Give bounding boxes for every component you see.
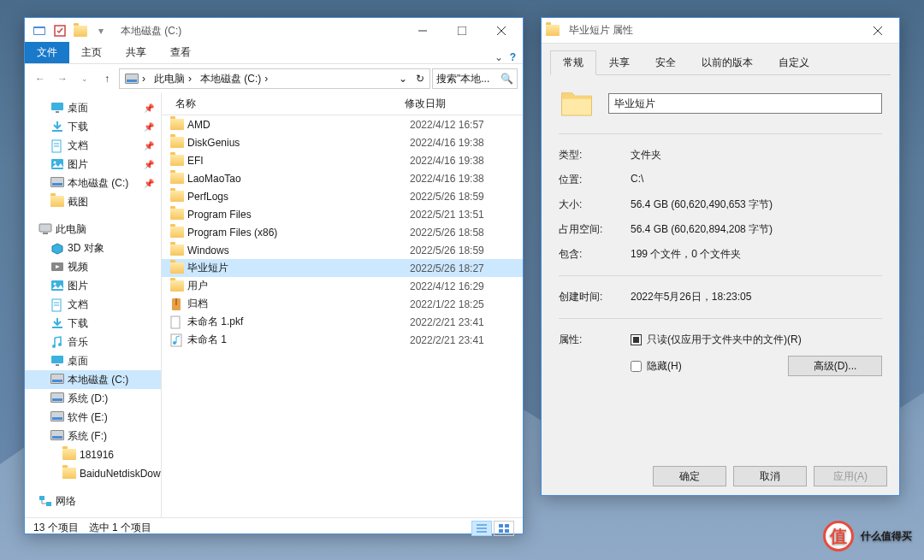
file-row[interactable]: 归档2022/1/22 18:25 [162, 295, 523, 313]
tab-custom[interactable]: 自定义 [766, 50, 822, 74]
download-icon [50, 121, 62, 133]
forward-button[interactable]: → [52, 68, 73, 89]
nav-item-17[interactable]: 软件 (E:) [25, 408, 161, 427]
nav-item-4[interactable]: 本地磁盘 (C:)📌 [25, 174, 161, 192]
nav-item-2[interactable]: 文档📌 [25, 136, 161, 155]
file-row[interactable]: Windows2022/5/26 18:59 [162, 241, 523, 259]
nav-item-10[interactable]: 图片 [25, 276, 161, 295]
breadcrumb-root-icon[interactable]: › [121, 73, 149, 85]
value-ondisk: 56.4 GB (60,620,894,208 字节) [631, 222, 882, 237]
minimize-button[interactable] [403, 18, 442, 44]
nav-item-20[interactable]: BaiduNetdiskDownload [25, 464, 161, 483]
nav-item-3[interactable]: 图片📌 [25, 155, 161, 174]
search-input[interactable]: 搜索"本地... 🔍 [432, 68, 518, 89]
properties-window: 毕业短片 属性 常规 共享 安全 以前的版本 自定义 类型:文件夹 位置:C:\… [541, 17, 900, 496]
ribbon-tab-view[interactable]: 查看 [158, 42, 203, 63]
explorer-titlebar[interactable]: ▾ 本地磁盘 (C:) [25, 18, 523, 44]
view-details-icon[interactable] [471, 521, 492, 536]
file-row[interactable]: 毕业短片2022/5/26 18:27 [162, 259, 523, 277]
view-thumbnails-icon[interactable] [494, 521, 514, 536]
svg-rect-29 [46, 502, 51, 506]
file-row[interactable]: EFI2022/4/16 19:38 [162, 151, 523, 169]
file-row[interactable]: AMD2022/4/12 16:57 [162, 115, 523, 133]
file-row[interactable]: PerfLogs2022/5/26 18:59 [162, 187, 523, 205]
svg-rect-38 [499, 524, 503, 528]
nav-item-11[interactable]: 文档 [25, 295, 161, 314]
up-button[interactable]: ↑ [97, 68, 117, 89]
folder-icon [170, 173, 187, 184]
column-date[interactable]: 修改日期 [405, 97, 523, 111]
nav-item-18[interactable]: 系统 (F:) [25, 427, 161, 445]
cancel-button[interactable]: 取消 [733, 466, 807, 486]
svg-rect-27 [56, 364, 59, 366]
readonly-label: 只读(仅应用于文件夹中的文件)(R) [647, 333, 802, 347]
folder-icon [50, 196, 62, 208]
svg-rect-1 [34, 28, 44, 34]
maximize-button[interactable] [442, 18, 482, 44]
advanced-button[interactable]: 高级(D)... [788, 356, 882, 376]
file-row[interactable]: LaoMaoTao2022/4/16 19:38 [162, 169, 523, 187]
readonly-checkbox[interactable] [631, 334, 642, 345]
file-row[interactable]: Program Files2022/5/21 13:51 [162, 205, 523, 223]
address-bar: ← → ⌄ ↑ › 此电脑 › 本地磁盘 (C:) › ⌄ ↻ 搜索"本地...… [25, 64, 523, 93]
nav-item-16[interactable]: 系统 (D:) [25, 389, 161, 408]
file-row[interactable]: 未命名 12022/2/21 23:41 [162, 331, 523, 349]
nav-item-12[interactable]: 下载 [25, 314, 161, 333]
nav-item-22[interactable]: 网络 [25, 492, 161, 510]
file-row[interactable]: 未命名 1.pkf2022/2/21 23:41 [162, 313, 523, 331]
back-button[interactable]: ← [30, 68, 50, 89]
props-titlebar[interactable]: 毕业短片 属性 [542, 18, 899, 44]
ok-button[interactable]: 确定 [653, 466, 726, 486]
svg-rect-26 [51, 356, 63, 363]
svg-rect-13 [51, 159, 63, 169]
nav-item-14[interactable]: 桌面 [25, 351, 161, 370]
column-headers[interactable]: 名称 修改日期 [162, 93, 523, 115]
file-list[interactable]: AMD2022/4/12 16:57DiskGenius2022/4/16 19… [162, 115, 523, 517]
apply-button[interactable]: 应用(A) [814, 466, 887, 486]
qat-dropdown-icon[interactable]: ▾ [92, 21, 110, 40]
properties-icon[interactable] [50, 21, 69, 40]
column-name[interactable]: 名称 [170, 97, 405, 111]
nav-item-1[interactable]: 下载📌 [25, 117, 161, 136]
tab-security[interactable]: 安全 [643, 50, 689, 74]
props-close-button[interactable] [858, 18, 897, 44]
label-ondisk: 占用空间: [559, 222, 631, 237]
file-row[interactable]: Program Files (x86)2022/5/26 18:58 [162, 223, 523, 241]
nav-item-5[interactable]: 截图 [25, 192, 161, 211]
label-size: 大小: [559, 197, 631, 212]
value-contains: 199 个文件，0 个文件夹 [631, 247, 882, 262]
file-row[interactable]: 用户2022/4/12 16:29 [162, 277, 523, 295]
nav-item-7[interactable]: 此电脑 [25, 220, 161, 239]
breadcrumb-dropdown-icon[interactable]: ⌄ [395, 73, 411, 85]
folder-name-input[interactable] [608, 93, 882, 114]
nav-item-15[interactable]: 本地磁盘 (C:) [25, 370, 161, 389]
breadcrumb-pc[interactable]: 此电脑 › [151, 72, 195, 86]
ribbon-tab-home[interactable]: 主页 [69, 42, 114, 63]
new-folder-icon[interactable] [71, 21, 90, 40]
breadcrumb-drive[interactable]: 本地磁盘 (C:) › [197, 72, 271, 86]
tab-share[interactable]: 共享 [596, 50, 643, 74]
svg-rect-18 [51, 280, 63, 291]
breadcrumb[interactable]: › 此电脑 › 本地磁盘 (C:) › ⌄ ↻ [119, 68, 430, 89]
nav-item-0[interactable]: 桌面📌 [25, 98, 161, 117]
search-icon[interactable]: 🔍 [500, 73, 513, 85]
nav-item-19[interactable]: 181916 [25, 445, 161, 464]
refresh-icon[interactable]: ↻ [412, 73, 428, 85]
recent-dropdown-icon[interactable]: ⌄ [74, 68, 95, 89]
folder-icon [170, 227, 187, 238]
navigation-tree[interactable]: 桌面📌下载📌文档📌图片📌本地磁盘 (C:)📌截图此电脑3D 对象视频图片文档下载… [25, 93, 162, 517]
nav-item-9[interactable]: 视频 [25, 257, 161, 276]
ribbon-tab-share[interactable]: 共享 [114, 42, 158, 63]
tab-general[interactable]: 常规 [550, 50, 596, 75]
ribbon-expand-icon[interactable]: ⌄ [495, 51, 503, 63]
file-row[interactable]: DiskGenius2022/4/16 19:38 [162, 133, 523, 151]
ribbon-tab-file[interactable]: 文件 [25, 42, 69, 63]
nav-item-8[interactable]: 3D 对象 [25, 239, 161, 257]
status-bar: 13 个项目 选中 1 个项目 [25, 517, 523, 538]
3d-icon [50, 242, 62, 254]
help-icon[interactable]: ? [510, 51, 516, 63]
nav-item-13[interactable]: 音乐 [25, 333, 161, 351]
hidden-checkbox[interactable] [631, 361, 642, 372]
tab-previous[interactable]: 以前的版本 [689, 50, 766, 74]
close-button[interactable] [482, 18, 521, 44]
